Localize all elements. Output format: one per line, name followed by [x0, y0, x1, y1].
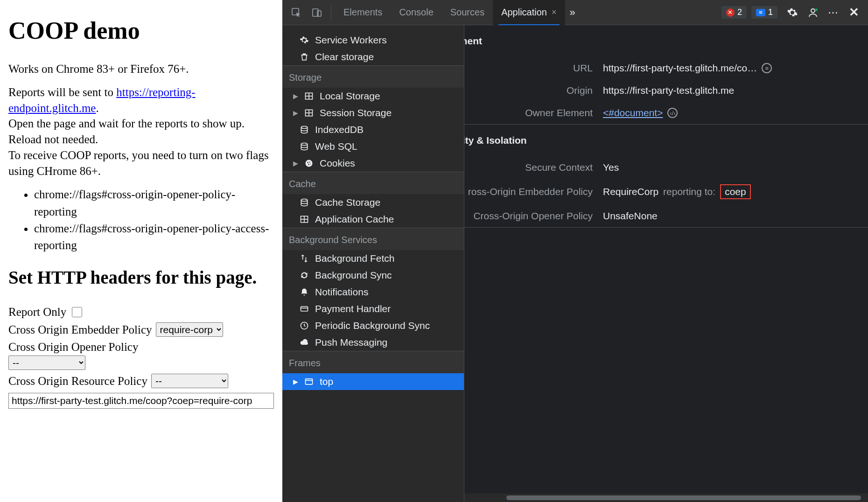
report-only-row: Report Only — [8, 306, 274, 319]
sidebar-group-background: Background Services — [282, 228, 464, 250]
coep-select[interactable]: require-corp — [156, 322, 223, 337]
tab-elements[interactable]: Elements — [335, 0, 391, 25]
url-value: https://first-party-test.glitch.me/co… — [603, 63, 757, 74]
corp-label: Cross Origin Resource Policy — [8, 375, 147, 388]
corp-select[interactable]: -- — [151, 374, 228, 388]
clock-icon — [299, 321, 309, 331]
coep-row: Cross Origin Embedder Policy require-cor… — [8, 322, 274, 337]
transfer-icon — [299, 253, 309, 264]
frame-details-panel[interactable]: ument URL https://first-party-test.glitc… — [464, 25, 868, 502]
sidebar-item-clear-storage[interactable]: Clear storage — [282, 49, 464, 65]
tab-sources[interactable]: Sources — [442, 0, 493, 25]
bell-icon — [299, 287, 309, 297]
sidebar-item-push-messaging[interactable]: Push Messaging — [282, 334, 464, 351]
gear-icon — [299, 35, 309, 45]
coep-label: Cross Origin Embedder Policy — [8, 323, 152, 336]
reporting-to-label: reporting to: — [663, 186, 715, 197]
svg-rect-23 — [301, 307, 308, 311]
settings-icon[interactable] — [785, 5, 800, 20]
credit-card-icon — [299, 304, 309, 314]
sidebar-item-service-workers[interactable]: Service Workers — [282, 32, 464, 49]
errors-pill[interactable]: ✕ 2 — [721, 6, 747, 19]
error-icon: ✕ — [726, 8, 735, 17]
tab-application[interactable]: Application × — [493, 0, 565, 25]
svg-point-18 — [310, 164, 311, 165]
expand-icon[interactable]: ▶ — [293, 378, 298, 385]
account-icon[interactable] — [805, 5, 820, 20]
sidebar-item-session-storage[interactable]: ▶ Session Storage — [282, 105, 464, 121]
sync-icon — [299, 270, 309, 280]
grid-icon — [299, 214, 309, 224]
svg-point-17 — [308, 164, 309, 165]
svg-point-13 — [301, 143, 307, 146]
database-icon — [299, 197, 309, 208]
expand-icon[interactable]: ▶ — [293, 160, 298, 167]
device-toolbar-icon[interactable] — [308, 4, 325, 21]
url-display[interactable]: https://first-party-test.glitch.me/coop?… — [8, 393, 274, 409]
svg-point-4 — [815, 8, 818, 11]
page-title: COOP demo — [8, 17, 274, 44]
horizontal-scrollbar[interactable] — [464, 494, 868, 502]
flags-list: chrome://flags#cross-origin-opener-polic… — [34, 186, 274, 254]
close-icon[interactable]: × — [552, 7, 557, 17]
sidebar-item-local-storage[interactable]: ▶ Local Storage — [282, 88, 464, 105]
grid-icon — [304, 108, 314, 118]
application-sidebar[interactable]: Manifest Service Workers Clear storage S… — [282, 25, 464, 502]
kebab-menu-icon[interactable]: ⋯ — [826, 5, 841, 20]
svg-point-19 — [301, 199, 307, 202]
coep-endpoint-badge: coep — [720, 184, 751, 199]
cloud-icon — [299, 337, 309, 348]
info-pill[interactable]: ≡ 1 — [751, 6, 777, 19]
svg-point-15 — [307, 162, 308, 163]
close-devtools-icon[interactable]: ✕ — [847, 5, 861, 20]
sidebar-item-background-sync[interactable]: Background Sync — [282, 267, 464, 284]
cookie-icon — [304, 158, 314, 168]
page-intro: Works on Chrome 83+ or Firefox 76+. — [8, 61, 274, 77]
svg-point-14 — [306, 160, 313, 167]
sidebar-item-cookies[interactable]: ▶ Cookies — [282, 155, 464, 172]
origin-label: Origin — [464, 85, 593, 96]
sidebar-item-cache-storage[interactable]: Cache Storage — [282, 194, 464, 211]
expand-icon[interactable]: ▶ — [293, 92, 298, 100]
sidebar-item-background-fetch[interactable]: Background Fetch — [282, 250, 464, 267]
sidebar-item-application-cache[interactable]: Application Cache — [282, 211, 464, 228]
owner-element-link[interactable]: <#document> — [603, 107, 663, 119]
manifest-icon — [299, 25, 309, 26]
sidebar-item-notifications[interactable]: Notifications — [282, 284, 464, 300]
section-security: urity & Isolation — [464, 125, 868, 156]
coop-value: UnsafeNone — [603, 210, 658, 222]
report-only-label: Report Only — [8, 306, 66, 319]
code-icon[interactable]: ‹/› — [667, 108, 678, 118]
headers-heading: Set HTTP headers for this page. — [8, 267, 274, 289]
trash-icon — [299, 52, 309, 62]
window-icon — [304, 376, 314, 387]
expand-icon[interactable]: ▶ — [293, 109, 298, 117]
sidebar-item-manifest[interactable]: Manifest — [282, 25, 464, 29]
flag-item: chrome://flags#cross-origin-opener-polic… — [34, 186, 274, 220]
origin-value: https://first-party-test.glitch.me — [603, 85, 734, 96]
sidebar-item-frame-top[interactable]: ▶ top — [282, 373, 464, 390]
inspect-element-icon[interactable] — [288, 4, 305, 21]
coop-select[interactable]: -- — [8, 356, 85, 370]
report-only-checkbox[interactable] — [72, 307, 82, 317]
page-reports: Reports will be sent to https://reportin… — [8, 84, 274, 179]
url-label: URL — [464, 63, 593, 74]
demo-page: COOP demo Works on Chrome 83+ or Firefox… — [0, 0, 282, 502]
tab-console[interactable]: Console — [391, 0, 441, 25]
sidebar-item-websql[interactable]: Web SQL — [282, 138, 464, 155]
grid-icon — [304, 91, 314, 101]
section-document: ument — [464, 25, 868, 57]
coop-row: Cross Origin Opener Policy — [8, 341, 274, 354]
svg-point-3 — [811, 9, 815, 13]
more-tabs-icon[interactable]: » — [565, 7, 580, 19]
sidebar-item-indexeddb[interactable]: IndexedDB — [282, 121, 464, 138]
reveal-icon[interactable]: ≡ — [762, 63, 772, 73]
flag-item: chrome://flags#cross-origin-opener-polic… — [34, 220, 274, 254]
secure-context-value: Yes — [603, 162, 619, 173]
devtools: Elements Console Sources Application × »… — [282, 0, 868, 502]
sidebar-item-payment-handler[interactable]: Payment Handler — [282, 300, 464, 317]
sidebar-item-periodic-sync[interactable]: Periodic Background Sync — [282, 317, 464, 334]
coep-value: RequireCorp — [603, 186, 658, 197]
corp-row: Cross Origin Resource Policy -- — [8, 374, 274, 388]
coop-label: Cross-Origin Opener Policy — [464, 210, 593, 222]
